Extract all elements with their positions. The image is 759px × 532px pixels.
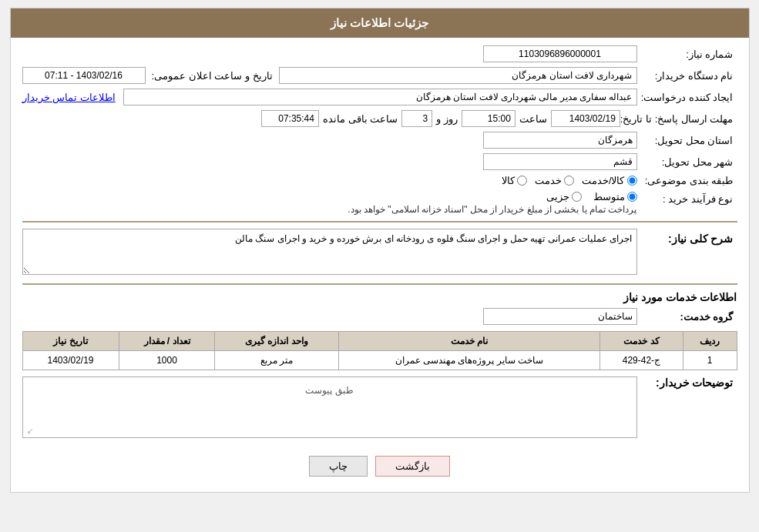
city-label: شهر محل تحویل: [637, 156, 737, 168]
purchase-type-motovaset-option[interactable]: متوسط [593, 191, 637, 202]
attachment-title: طبق پیوست [27, 381, 633, 400]
creator-label: ایجاد کننده درخواست: [637, 92, 737, 103]
response-days: 3 [401, 110, 432, 127]
purchase-type-jozi-radio[interactable] [572, 192, 582, 202]
category-kala-label: کالا [502, 175, 515, 186]
row-num: 1 [683, 351, 737, 370]
services-table: ردیف کد خدمت نام خدمت واحد اندازه گیری ت… [22, 331, 737, 370]
purchase-type-label: نوع فرآیند خرید : [637, 191, 737, 205]
page-title: جزئیات اطلاعات نیاز [11, 8, 749, 38]
table-header-date: تاریخ نیاز [22, 332, 119, 351]
category-radio-group: کالا/خدمت خدمت کالا [22, 175, 637, 186]
buyer-org-label: نام دستگاه خریدار: [637, 70, 737, 82]
service-quantity: 1000 [119, 351, 215, 370]
purchase-type-jozi-option[interactable]: جزیی [546, 191, 582, 202]
table-header-rownum: ردیف [683, 332, 737, 351]
category-kala-khedmat-radio[interactable] [627, 176, 637, 186]
service-group-label: گروه خدمت: [637, 311, 737, 323]
service-name: ساخت سایر پروژه‌های مهندسی عمران [338, 351, 600, 370]
purchase-type-notice: پرداخت تمام یا بخشی از مبلغ خریدار از مح… [22, 204, 637, 215]
service-group-value: ساختمان [483, 308, 637, 325]
table-header-quantity: تعداد / مقدار [119, 332, 215, 351]
purchase-type-jozi-label: جزیی [546, 191, 569, 202]
services-section-title: اطلاعات خدمات مورد نیاز [22, 291, 737, 303]
announce-time-value: 1403/02/16 - 07:11 [22, 67, 146, 84]
category-kala-khedmat-label: کالا/خدمت [582, 175, 625, 186]
attachment-corner-icon: ↙ [27, 427, 33, 435]
attachment-box: طبق پیوست ↙ [22, 376, 637, 438]
buyer-notes-label: توضیحات خریدار: [637, 376, 737, 389]
description-label: شرح کلی نیاز: [637, 229, 737, 245]
request-number-value: 1103096896000001 [483, 45, 637, 62]
footer-buttons: بازگشت چاپ [22, 448, 737, 484]
description-textarea[interactable] [22, 229, 637, 275]
province-value: هرمزگان [483, 132, 637, 149]
category-kala-radio[interactable] [517, 176, 527, 186]
creator-link[interactable]: اطلاعات تماس خریدار [22, 92, 116, 103]
service-code: ج-42-429 [600, 351, 683, 370]
announce-time-label: تاریخ و ساعت اعلان عمومی: [152, 70, 273, 82]
category-khedmat-label: خدمت [535, 175, 562, 186]
category-khedmat-radio[interactable] [564, 176, 574, 186]
purchase-type-motovaset-radio[interactable] [627, 192, 637, 202]
category-khedmat-option[interactable]: خدمت [535, 175, 574, 186]
category-kala-khedmat-option[interactable]: کالا/خدمت [582, 175, 637, 186]
response-days-label: روز و [436, 113, 458, 125]
print-button[interactable]: چاپ [309, 456, 368, 477]
table-header-name: نام خدمت [338, 332, 600, 351]
creator-value: عبداله سفاری مدیر مالی شهرداری لافت استا… [123, 89, 637, 105]
city-value: قشم [483, 153, 637, 170]
response-remaining-label: ساعت باقی مانده [323, 113, 398, 125]
table-row: 1 ج-42-429 ساخت سایر پروژه‌های مهندسی عم… [22, 351, 737, 370]
province-label: استان محل تحویل: [637, 135, 737, 146]
table-header-code: کد خدمت [600, 332, 683, 351]
response-remaining: 07:35:44 [261, 110, 319, 127]
category-label: طبقه بندی موضوعی: [637, 175, 737, 186]
response-time: 15:00 [462, 110, 516, 127]
response-time-label: ساعت [519, 113, 547, 125]
purchase-type-motovaset-label: متوسط [593, 191, 625, 202]
request-number-label: شماره نیاز: [637, 49, 737, 60]
service-date: 1403/02/19 [22, 351, 119, 370]
category-kala-option[interactable]: کالا [502, 175, 527, 186]
buyer-org-value: شهرداری لافت استان هرمزگان [279, 67, 637, 84]
response-date: 1403/02/19 [551, 110, 620, 127]
response-deadline-label: مهلت ارسال پاسخ: تا تاریخ: [620, 113, 737, 125]
service-unit: متر مربع [215, 351, 338, 370]
back-button[interactable]: بازگشت [375, 456, 450, 477]
table-header-unit: واحد اندازه گیری [215, 332, 338, 351]
